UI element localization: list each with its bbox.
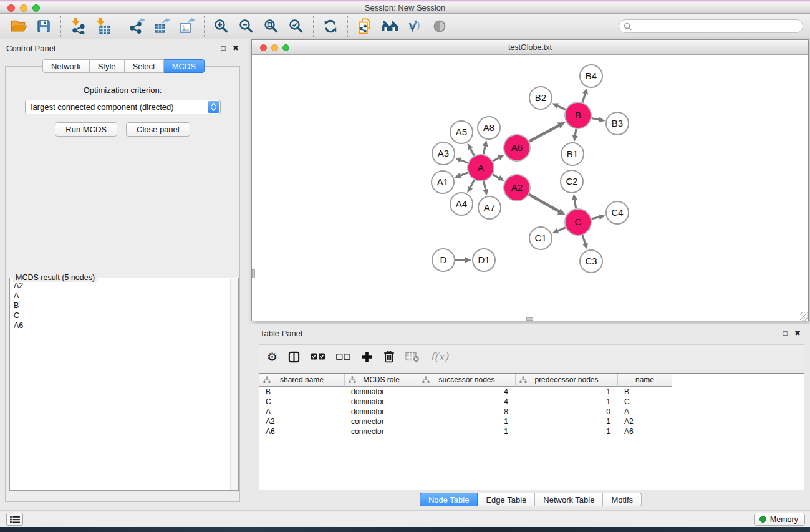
table-cell[interactable]: dominator [345, 387, 418, 397]
export-table-button[interactable] [150, 15, 175, 37]
tab-node-table[interactable]: Node Table [420, 493, 478, 506]
resize-grip[interactable] [800, 312, 808, 321]
graph-edge-A-A7[interactable] [484, 181, 486, 190]
result-item[interactable]: A [11, 291, 229, 301]
delete-columns-button[interactable] [383, 349, 395, 365]
vertical-scroll-thumb[interactable] [252, 269, 255, 278]
result-item[interactable]: B [11, 301, 229, 311]
memory-button[interactable]: Memory [754, 513, 805, 526]
show-columns-button[interactable] [288, 349, 300, 365]
save-session-button[interactable] [31, 15, 56, 37]
zoom-in-button[interactable] [209, 15, 234, 37]
select-all-columns-button[interactable] [311, 349, 325, 365]
open-file-button[interactable] [6, 15, 31, 37]
apply-preferred-layout-button[interactable] [318, 15, 343, 37]
float-panel-icon[interactable]: □ [218, 43, 228, 53]
criterion-dropdown[interactable]: largest connected component (directed) [25, 100, 221, 114]
table-cell[interactable]: C [618, 397, 672, 407]
table-cell[interactable]: C [259, 397, 345, 407]
float-table-panel-icon[interactable]: □ [780, 328, 790, 338]
birdseye-view-button[interactable] [427, 15, 452, 37]
table-row[interactable]: Bdominator41B [259, 387, 804, 397]
graph-edge-A-A1[interactable] [460, 173, 468, 176]
close-panel-button[interactable]: Close panel [126, 122, 190, 137]
table-cell[interactable]: connector [345, 427, 418, 437]
tab-motifs[interactable]: Motifs [603, 493, 642, 506]
table-cell[interactable]: A6 [259, 427, 345, 437]
graph-edge-A2-C[interactable] [529, 195, 559, 212]
table-row[interactable]: A6connector11A6 [259, 427, 804, 437]
graph-edge-A-A2[interactable] [493, 175, 499, 178]
search-input[interactable] [632, 21, 803, 32]
graph-edge-C-C1[interactable] [557, 228, 566, 231]
graph-edge-A-A8[interactable] [483, 145, 485, 154]
table-cell[interactable]: 0 [516, 407, 618, 417]
graph-edge-C-C4[interactable] [591, 217, 599, 219]
unselect-all-columns-button[interactable] [336, 349, 350, 365]
table-cell[interactable]: A2 [618, 417, 672, 427]
column-header-successor-nodes[interactable]: successor nodes [418, 374, 516, 387]
zoom-fit-button[interactable] [259, 15, 284, 37]
table-cell[interactable]: dominator [345, 397, 418, 407]
table-cell[interactable]: 1 [516, 427, 618, 437]
network-window-titlebar[interactable]: testGlobe.txt [252, 40, 808, 55]
column-header-predecessor-nodes[interactable]: predecessor nodes [516, 374, 618, 387]
table-cell[interactable]: B [259, 387, 345, 397]
table-body[interactable]: Bdominator41BCdominator41CAdominator80AA… [259, 387, 804, 437]
add-column-button[interactable] [361, 349, 373, 365]
table-cell[interactable]: 1 [516, 417, 618, 427]
column-header-name[interactable]: name [618, 374, 672, 387]
graph-edge-A6-B[interactable] [529, 125, 559, 142]
table-settings-button[interactable]: ⚙ [267, 349, 277, 365]
table-cell[interactable]: 1 [418, 427, 516, 437]
import-table-button[interactable] [90, 15, 115, 37]
tab-edge-table[interactable]: Edge Table [478, 493, 535, 506]
horizontal-scroll-thumb[interactable] [526, 317, 533, 321]
graph-edge-C-C3[interactable] [582, 235, 586, 244]
table-cell[interactable]: 1 [516, 387, 618, 397]
table-cell[interactable]: dominator [345, 407, 418, 417]
graph-edge-A-A6[interactable] [493, 157, 499, 161]
column-header-shared-name[interactable]: shared name [259, 374, 345, 387]
table-cell[interactable]: A6 [618, 427, 672, 437]
tab-network[interactable]: Network [42, 59, 90, 73]
table-cell[interactable]: 1 [516, 397, 618, 407]
zoom-selected-button[interactable] [284, 15, 309, 37]
tab-mcds[interactable]: MCDS [164, 59, 205, 73]
tab-style[interactable]: Style [90, 59, 125, 73]
run-mcds-button[interactable]: Run MCDS [55, 122, 117, 137]
export-network-button[interactable] [125, 15, 150, 37]
import-network-button[interactable] [65, 15, 90, 37]
graph-edge-C-C2[interactable] [574, 200, 576, 209]
zoom-out-button[interactable] [234, 15, 259, 37]
export-image-button[interactable] [175, 15, 200, 37]
graph-edge-A-A4[interactable] [470, 180, 475, 188]
table-cell[interactable]: 8 [418, 407, 516, 417]
close-table-panel-icon[interactable]: ✖ [793, 328, 803, 338]
network-graph[interactable]: B4B2BB3A8A5A6A3B1AA1C2A2A4A7C4CC1C3DD1 [252, 55, 808, 321]
graph-edge-B-B2[interactable] [557, 105, 566, 109]
duplicate-network-button[interactable] [352, 15, 377, 37]
table-cell[interactable]: A [259, 407, 345, 417]
result-item[interactable]: C [11, 311, 229, 321]
network-canvas[interactable]: B4B2BB3A8A5A6A3B1AA1C2A2A4A7C4CC1C3DD1 [252, 55, 808, 321]
result-scrollbar[interactable] [230, 279, 238, 490]
table-row[interactable]: Cdominator41C [259, 397, 804, 407]
graph-edge-B-B1[interactable] [575, 129, 576, 137]
table-cell[interactable]: A [618, 407, 672, 417]
table-cell[interactable]: connector [345, 417, 418, 427]
table-cell[interactable]: B [618, 387, 672, 397]
table-cell[interactable]: A2 [259, 417, 345, 427]
graph-edge-A-A3[interactable] [460, 160, 468, 163]
table-row[interactable]: A2connector11A2 [259, 417, 804, 427]
apply-function-button[interactable]: f(x) [430, 349, 448, 365]
table-cell[interactable]: 1 [418, 417, 516, 427]
result-item[interactable]: A2 [11, 281, 229, 291]
graph-edge-B-B4[interactable] [582, 94, 586, 103]
graph-edge-A-A5[interactable] [470, 148, 475, 155]
graph-edge-B-B3[interactable] [592, 118, 600, 120]
task-history-button[interactable] [6, 513, 23, 526]
first-neighbors-button[interactable] [377, 15, 402, 37]
close-panel-icon[interactable]: ✖ [231, 43, 241, 53]
table-cell[interactable]: 4 [418, 397, 516, 407]
